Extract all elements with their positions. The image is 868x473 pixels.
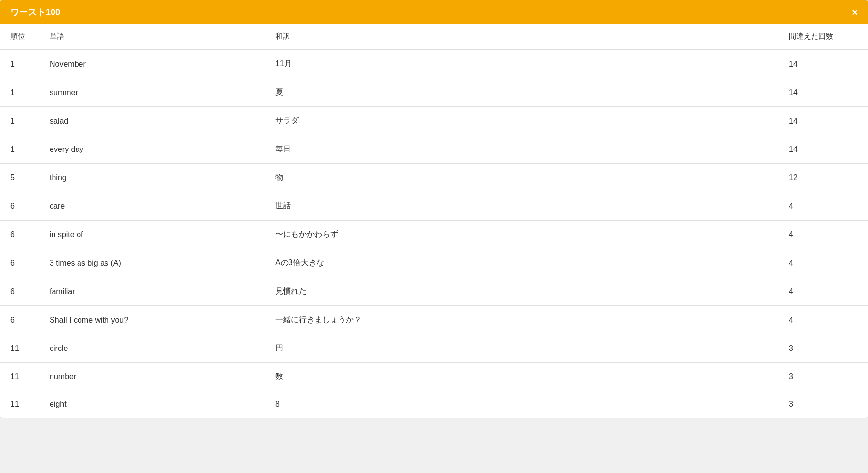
cell-translation: 毎日 xyxy=(265,135,779,164)
cell-rank: 5 xyxy=(0,164,40,192)
table-row: 6in spite of〜にもかかわらず4 xyxy=(0,221,868,249)
cell-count: 3 xyxy=(779,363,868,391)
col-header-translation: 和訳 xyxy=(265,24,779,50)
cell-rank: 1 xyxy=(0,50,40,78)
table-row: 6care世話4 xyxy=(0,192,868,221)
cell-translation: 世話 xyxy=(265,192,779,221)
cell-rank: 11 xyxy=(0,363,40,391)
cell-count: 4 xyxy=(779,221,868,249)
cell-count: 14 xyxy=(779,135,868,164)
cell-translation: 物 xyxy=(265,164,779,192)
table-row: 6Shall I come with you?一緒に行きましょうか？4 xyxy=(0,306,868,334)
cell-count: 4 xyxy=(779,277,868,306)
table-row: 1November11月14 xyxy=(0,50,868,78)
cell-word: every day xyxy=(40,135,265,164)
cell-word: eight xyxy=(40,391,265,418)
cell-word: familiar xyxy=(40,277,265,306)
cell-word: summer xyxy=(40,78,265,107)
cell-count: 3 xyxy=(779,391,868,418)
cell-word: salad xyxy=(40,107,265,135)
cell-translation: 一緒に行きましょうか？ xyxy=(265,306,779,334)
col-header-count: 間違えた回数 xyxy=(779,24,868,50)
cell-translation: 円 xyxy=(265,334,779,363)
main-container: ワースト100 × 順位 単語 和訳 間違えた回数 1November11月14… xyxy=(0,0,868,418)
col-header-rank: 順位 xyxy=(0,24,40,50)
worst-100-table: 順位 単語 和訳 間違えた回数 1November11月141summer夏14… xyxy=(0,24,868,418)
cell-rank: 6 xyxy=(0,192,40,221)
cell-rank: 1 xyxy=(0,135,40,164)
table-row: 11eight83 xyxy=(0,391,868,418)
table-row: 1every day毎日14 xyxy=(0,135,868,164)
close-button[interactable]: × xyxy=(852,7,858,18)
table-row: 11circle円3 xyxy=(0,334,868,363)
cell-count: 4 xyxy=(779,306,868,334)
table-row: 5thing物12 xyxy=(0,164,868,192)
cell-count: 12 xyxy=(779,164,868,192)
cell-count: 14 xyxy=(779,50,868,78)
table-row: 1saladサラダ14 xyxy=(0,107,868,135)
table-row: 1summer夏14 xyxy=(0,78,868,107)
cell-count: 4 xyxy=(779,249,868,277)
cell-rank: 1 xyxy=(0,78,40,107)
table-row: 11number数3 xyxy=(0,363,868,391)
cell-rank: 11 xyxy=(0,391,40,418)
table-row: 63 times as big as (A)Aの3倍大きな4 xyxy=(0,249,868,277)
cell-word: in spite of xyxy=(40,221,265,249)
cell-translation: 見慣れた xyxy=(265,277,779,306)
cell-count: 3 xyxy=(779,334,868,363)
cell-translation: 夏 xyxy=(265,78,779,107)
header: ワースト100 × xyxy=(0,0,868,24)
col-header-word: 単語 xyxy=(40,24,265,50)
cell-count: 14 xyxy=(779,78,868,107)
cell-rank: 1 xyxy=(0,107,40,135)
cell-rank: 6 xyxy=(0,306,40,334)
cell-translation: 8 xyxy=(265,391,779,418)
cell-rank: 6 xyxy=(0,221,40,249)
table-row: 6familiar見慣れた4 xyxy=(0,277,868,306)
cell-translation: 11月 xyxy=(265,50,779,78)
cell-translation: 〜にもかかわらず xyxy=(265,221,779,249)
cell-word: November xyxy=(40,50,265,78)
cell-word: Shall I come with you? xyxy=(40,306,265,334)
cell-count: 4 xyxy=(779,192,868,221)
cell-translation: Aの3倍大きな xyxy=(265,249,779,277)
cell-translation: サラダ xyxy=(265,107,779,135)
cell-word: circle xyxy=(40,334,265,363)
table-header-row: 順位 単語 和訳 間違えた回数 xyxy=(0,24,868,50)
cell-word: 3 times as big as (A) xyxy=(40,249,265,277)
cell-word: number xyxy=(40,363,265,391)
cell-word: thing xyxy=(40,164,265,192)
cell-rank: 6 xyxy=(0,277,40,306)
header-title: ワースト100 xyxy=(10,6,60,18)
cell-rank: 11 xyxy=(0,334,40,363)
cell-translation: 数 xyxy=(265,363,779,391)
cell-word: care xyxy=(40,192,265,221)
cell-rank: 6 xyxy=(0,249,40,277)
cell-count: 14 xyxy=(779,107,868,135)
